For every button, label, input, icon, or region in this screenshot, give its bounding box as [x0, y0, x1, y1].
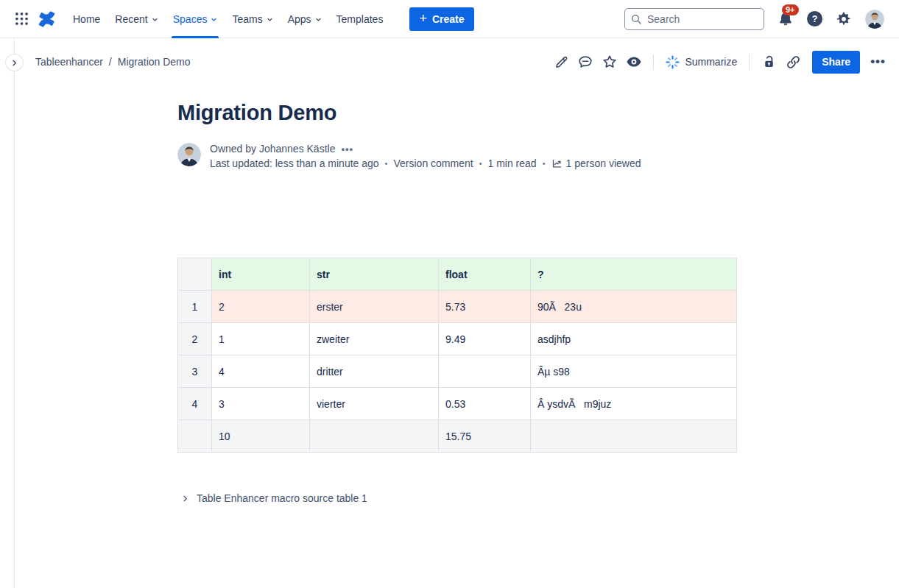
divider — [653, 54, 654, 70]
expand-sidebar-button[interactable] — [5, 54, 24, 71]
row-number: 3 — [178, 355, 212, 388]
owner-more-icon[interactable]: ••• — [341, 144, 353, 155]
table-cell[interactable]: erster — [310, 291, 439, 323]
link-icon[interactable] — [784, 52, 802, 71]
expander-label: Table Enhancer macro source table 1 — [197, 492, 367, 504]
breadcrumb-page-link[interactable]: Migration Demo — [118, 56, 191, 68]
help-glyph: ? — [807, 11, 822, 26]
summarize-label: Summarize — [685, 56, 737, 68]
table-cell[interactable]: 4 — [212, 355, 310, 388]
column-header[interactable]: int — [212, 258, 310, 291]
confluence-logo-icon[interactable] — [37, 10, 57, 29]
watch-eye-icon[interactable] — [625, 52, 643, 71]
more-actions-icon[interactable]: ••• — [870, 54, 886, 69]
plus-icon: + — [419, 12, 427, 25]
settings-gear-icon[interactable] — [836, 11, 852, 27]
notifications-bell-icon[interactable]: 9+ — [778, 11, 794, 27]
nav-teams[interactable]: Teams — [225, 0, 280, 38]
star-icon[interactable] — [601, 52, 618, 71]
nav-templates[interactable]: Templates — [329, 0, 391, 38]
column-header[interactable]: ? — [531, 258, 737, 291]
chevron-down-icon — [211, 16, 217, 23]
table-cell[interactable]: Â ysdvÃ m9juz — [531, 388, 737, 420]
nav-home-label: Home — [73, 13, 100, 25]
table-row: 1 2 erster 5.73 90Ã 23u — [178, 291, 737, 323]
owner-avatar[interactable] — [177, 143, 201, 166]
views-analytics[interactable]: 1 person viewed — [551, 157, 641, 169]
last-updated[interactable]: Last updated: less than a minute ago — [210, 157, 379, 169]
analytics-chart-icon — [551, 158, 563, 169]
table-cell[interactable]: 9.49 — [439, 323, 531, 355]
chevron-right-icon — [181, 495, 189, 503]
chevron-down-icon — [152, 16, 158, 23]
table-cell[interactable]: 5.73 — [439, 291, 531, 323]
unlock-icon[interactable] — [760, 52, 778, 71]
top-navigation: Home Recent Spaces Teams Apps Templates … — [0, 0, 899, 38]
table-row: 3 4 dritter Âµ s98 — [178, 355, 737, 388]
table-cell[interactable]: 10 — [212, 420, 310, 453]
table-cell[interactable]: 3 — [212, 388, 310, 420]
create-button[interactable]: + Create — [409, 7, 473, 31]
table-cell[interactable] — [310, 420, 439, 453]
table-row: 2 1 zweiter 9.49 asdjhfp — [178, 323, 737, 355]
notifications-badge: 9+ — [782, 4, 799, 15]
create-button-label: Create — [432, 13, 465, 25]
comment-icon[interactable] — [577, 52, 594, 71]
table-cell[interactable]: Âµ s98 — [531, 355, 737, 388]
owned-by[interactable]: Owned by Johannes Kästle — [210, 143, 335, 155]
nav-recent[interactable]: Recent — [107, 0, 165, 38]
nav-apps[interactable]: Apps — [281, 0, 329, 38]
divider — [749, 54, 750, 70]
table-header-row: int str float ? — [178, 258, 737, 291]
page-title: Migration Demo — [177, 100, 899, 125]
breadcrumb-separator: / — [109, 56, 112, 68]
table-cell[interactable]: 90Ã 23u — [531, 291, 737, 323]
row-number: 4 — [178, 388, 212, 420]
table-cell[interactable] — [439, 355, 531, 388]
edit-pencil-icon[interactable] — [552, 52, 570, 71]
chevron-down-icon — [315, 16, 322, 23]
table-cell[interactable]: asdjhfp — [531, 323, 737, 355]
search-container — [624, 8, 764, 30]
row-number: 2 — [178, 323, 212, 355]
column-header[interactable]: float — [439, 258, 531, 291]
nav-apps-label: Apps — [288, 13, 311, 25]
table-cell[interactable]: dritter — [310, 355, 439, 388]
table-cell[interactable]: 15.75 — [439, 420, 531, 453]
nav-recent-label: Recent — [115, 13, 147, 25]
table-cell[interactable]: 0.53 — [439, 388, 531, 420]
column-header[interactable]: str — [310, 258, 439, 291]
chevron-right-icon — [10, 59, 18, 67]
byline: Owned by Johannes Kästle ••• Last update… — [177, 143, 899, 169]
table-cell[interactable]: 1 — [212, 323, 310, 355]
nav-spaces[interactable]: Spaces — [166, 0, 225, 38]
table-cell[interactable]: zweiter — [310, 323, 439, 355]
breadcrumb-space-link[interactable]: Tableenhancer — [35, 56, 103, 68]
dot-separator: • — [479, 159, 482, 168]
table-cell[interactable] — [531, 420, 737, 453]
data-table: int str float ? 1 2 erster 5.73 90Ã 23u … — [177, 258, 737, 453]
help-icon[interactable]: ? — [807, 11, 822, 26]
sparkle-icon — [666, 55, 680, 69]
row-number: 1 — [178, 291, 212, 323]
nav-home[interactable]: Home — [66, 0, 107, 38]
nav-templates-label: Templates — [336, 13, 384, 25]
share-button[interactable]: Share — [812, 51, 860, 74]
row-number — [178, 420, 212, 453]
macro-source-expander[interactable]: Table Enhancer macro source table 1 — [181, 492, 899, 504]
table-row: 4 3 vierter 0.53 Â ysdvÃ m9juz — [178, 388, 737, 420]
breadcrumb-action-bar: Tableenhancer / Migration Demo Summarize — [0, 38, 899, 85]
table-cell[interactable]: 2 — [212, 291, 310, 323]
chevron-down-icon — [267, 16, 273, 23]
row-number-header — [178, 258, 212, 291]
version-comment[interactable]: Version comment — [393, 157, 473, 169]
app-switcher-icon[interactable] — [10, 8, 32, 30]
nav-spaces-label: Spaces — [173, 13, 208, 25]
search-input[interactable] — [624, 8, 764, 30]
summarize-button[interactable]: Summarize — [664, 55, 738, 69]
user-avatar[interactable] — [865, 10, 884, 29]
nav-teams-label: Teams — [232, 13, 262, 25]
table-cell[interactable]: vierter — [310, 388, 439, 420]
breadcrumb: Tableenhancer / Migration Demo — [35, 56, 191, 68]
dot-separator: • — [543, 159, 546, 168]
